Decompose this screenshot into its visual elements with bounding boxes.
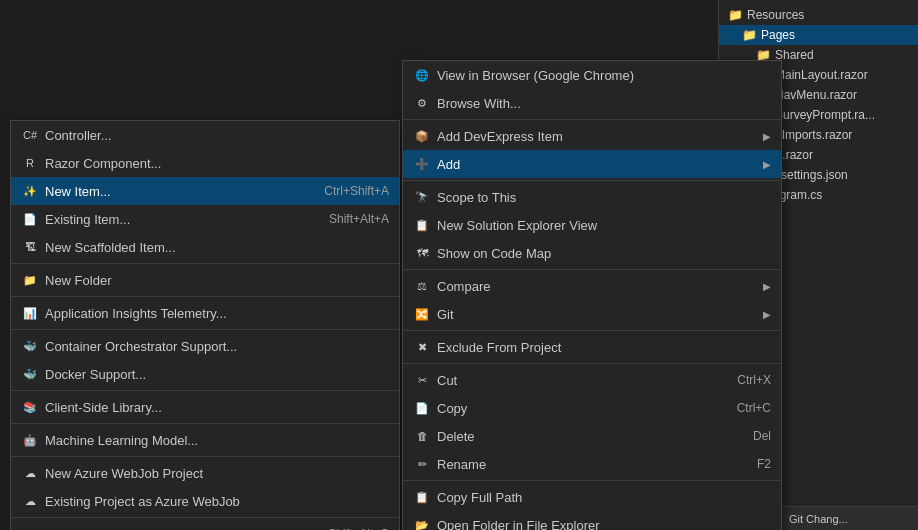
right-menu-item-view-in-browser--google-chrome-[interactable]: 🌐 View in Browser (Google Chrome) [403, 61, 781, 89]
menu-item-icon: 📋 [413, 216, 431, 234]
menu-item-label: Copy [437, 401, 737, 416]
menu-item-icon: 📦 [413, 127, 431, 145]
left-menu-item-existing-item---[interactable]: 📄 Existing Item... Shift+Alt+A [11, 205, 399, 233]
right-menu-item-delete[interactable]: 🗑 Delete Del [403, 422, 781, 450]
right-menu-item-add[interactable]: ➕ Add ▶ [403, 150, 781, 178]
menu-item-icon: C# [21, 126, 39, 144]
menu-separator [11, 263, 399, 264]
solution-item-label: Resources [747, 8, 804, 22]
menu-item-label: New Item... [45, 184, 324, 199]
right-menu-item-cut[interactable]: ✂ Cut Ctrl+X [403, 366, 781, 394]
menu-item-icon: R [21, 154, 39, 172]
menu-separator [403, 363, 781, 364]
left-menu-item-new-scaffolded-item---[interactable]: 🏗 New Scaffolded Item... [11, 233, 399, 261]
right-menu-item-open-folder-in-file-explorer[interactable]: 📂 Open Folder in File Explorer [403, 511, 781, 530]
menu-separator [403, 330, 781, 331]
menu-item-icon: 📂 [413, 516, 431, 530]
menu-item-label: Existing Item... [45, 212, 329, 227]
menu-separator [11, 517, 399, 518]
menu-separator [403, 269, 781, 270]
menu-item-icon: 🗺 [413, 244, 431, 262]
left-menu-item-new-azure-webjob-project[interactable]: ☁ New Azure WebJob Project [11, 459, 399, 487]
right-menu-item-scope-to-this[interactable]: 🔭 Scope to This [403, 183, 781, 211]
solution-item-label: SurveyPrompt.ra... [775, 108, 875, 122]
right-menu-item-rename[interactable]: ✏ Rename F2 [403, 450, 781, 478]
left-menu-item-docker-support---[interactable]: 🐳 Docker Support... [11, 360, 399, 388]
right-menu-item-new-solution-explorer-view[interactable]: 📋 New Solution Explorer View [403, 211, 781, 239]
left-menu-item-application-insights-telemetry---[interactable]: 📊 Application Insights Telemetry... [11, 299, 399, 327]
left-menu-item-existing-project-as-azure-webjob[interactable]: ☁ Existing Project as Azure WebJob [11, 487, 399, 515]
menu-item-shortcut: Ctrl+X [737, 373, 771, 387]
menu-item-icon: 📋 [413, 488, 431, 506]
submenu-arrow-icon: ▶ [763, 159, 771, 170]
menu-item-label: Add DevExpress Item [437, 129, 763, 144]
left-menu-item-client-side-library---[interactable]: 📚 Client-Side Library... [11, 393, 399, 421]
solution-item-label: _Imports.razor [775, 128, 852, 142]
menu-item-icon: 📄 [413, 399, 431, 417]
tab-git-changes[interactable]: Git Chang... [779, 509, 858, 529]
menu-item-shortcut: Ctrl+C [737, 401, 771, 415]
menu-item-label: Browse With... [437, 96, 771, 111]
menu-item-icon: ☁ [21, 464, 39, 482]
left-menu-item-new-folder[interactable]: 📁 New Folder [11, 266, 399, 294]
solution-item-pages[interactable]: 📁Pages [719, 25, 918, 45]
solution-item-label: MainLayout.razor [775, 68, 868, 82]
menu-item-label: Controller... [45, 128, 389, 143]
left-context-menu: C# Controller... R Razor Component... ✨ … [10, 120, 400, 530]
menu-item-icon: 🏗 [21, 238, 39, 256]
menu-item-shortcut: Ctrl+Shift+A [324, 184, 389, 198]
menu-item-icon: ✂ [413, 371, 431, 389]
menu-item-label: Delete [437, 429, 753, 444]
menu-item-icon: ✖ [413, 338, 431, 356]
menu-item-icon: C [21, 525, 39, 530]
menu-item-label: Application Insights Telemetry... [45, 306, 389, 321]
menu-item-label: Docker Support... [45, 367, 389, 382]
submenu-arrow-icon: ▶ [763, 281, 771, 292]
right-menu-item-show-on-code-map[interactable]: 🗺 Show on Code Map [403, 239, 781, 267]
menu-item-icon: 🔭 [413, 188, 431, 206]
menu-separator [403, 180, 781, 181]
menu-item-icon: ✨ [21, 182, 39, 200]
menu-item-icon: 🐳 [21, 337, 39, 355]
menu-item-icon: 📁 [21, 271, 39, 289]
menu-item-icon: 🗑 [413, 427, 431, 445]
left-menu-item-controller---[interactable]: C# Controller... [11, 121, 399, 149]
left-menu-item-razor-component---[interactable]: R Razor Component... [11, 149, 399, 177]
menu-item-label: Rename [437, 457, 757, 472]
right-menu-item-git[interactable]: 🔀 Git ▶ [403, 300, 781, 328]
menu-item-shortcut: F2 [757, 457, 771, 471]
menu-item-label: Copy Full Path [437, 490, 771, 505]
menu-separator [11, 456, 399, 457]
right-menu-item-add-devexpress-item[interactable]: 📦 Add DevExpress Item ▶ [403, 122, 781, 150]
menu-item-label: View in Browser (Google Chrome) [437, 68, 771, 83]
menu-item-label: Add [437, 157, 763, 172]
menu-item-label: Scope to This [437, 190, 771, 205]
code-line [0, 90, 400, 94]
menu-item-label: Container Orchestrator Support... [45, 339, 389, 354]
menu-item-icon: 📄 [21, 210, 39, 228]
left-menu-item-class---[interactable]: C Class... Shift+Alt+C [11, 520, 399, 530]
menu-item-label: New Scaffolded Item... [45, 240, 389, 255]
right-menu-item-copy[interactable]: 📄 Copy Ctrl+C [403, 394, 781, 422]
menu-item-label: Open Folder in File Explorer [437, 518, 771, 531]
menu-item-icon: 🐳 [21, 365, 39, 383]
menu-separator [11, 296, 399, 297]
folder-icon: 📁 [727, 7, 743, 23]
right-menu-item-copy-full-path[interactable]: 📋 Copy Full Path [403, 483, 781, 511]
menu-item-label: Client-Side Library... [45, 400, 389, 415]
menu-item-label: Exclude From Project [437, 340, 771, 355]
right-menu-item-browse-with---[interactable]: ⚙ Browse With... [403, 89, 781, 117]
solution-item-resources[interactable]: 📁Resources [719, 5, 918, 25]
menu-item-shortcut: Del [753, 429, 771, 443]
menu-item-label: New Azure WebJob Project [45, 466, 389, 481]
right-menu-item-compare[interactable]: ⚖ Compare ▶ [403, 272, 781, 300]
menu-item-label: Machine Learning Model... [45, 433, 389, 448]
right-menu-item-exclude-from-project[interactable]: ✖ Exclude From Project [403, 333, 781, 361]
menu-separator [403, 119, 781, 120]
left-menu-item-container-orchestrator-support---[interactable]: 🐳 Container Orchestrator Support... [11, 332, 399, 360]
left-menu-item-new-item---[interactable]: ✨ New Item... Ctrl+Shift+A [11, 177, 399, 205]
menu-item-label: New Solution Explorer View [437, 218, 771, 233]
left-menu-item-machine-learning-model---[interactable]: 🤖 Machine Learning Model... [11, 426, 399, 454]
right-context-menu: 🌐 View in Browser (Google Chrome) ⚙ Brow… [402, 60, 782, 530]
menu-item-label: Class... [45, 527, 328, 531]
